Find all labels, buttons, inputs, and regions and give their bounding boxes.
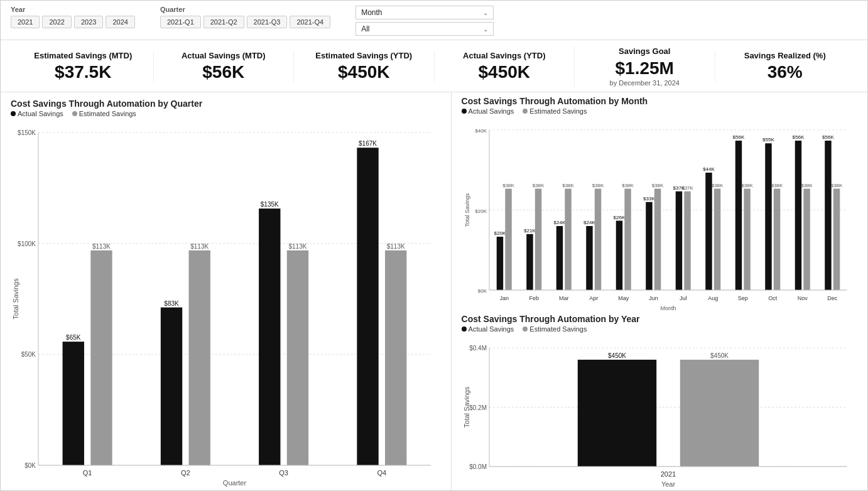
kpi-title-3: Actual Savings (YTD) — [441, 51, 568, 62]
filter-bar: Year 2021202220232024 Quarter 2021-Q1202… — [1, 1, 867, 40]
kpi-card-3: Actual Savings (YTD)$450K — [434, 51, 575, 83]
kpi-card-2: Estimated Savings (YTD)$450K — [293, 51, 434, 83]
svg-text:$83K: $83K — [164, 300, 179, 307]
svg-text:Total Savings: Total Savings — [12, 278, 19, 320]
svg-text:$0.4M: $0.4M — [469, 345, 487, 352]
svg-rect-10 — [63, 342, 84, 465]
svg-rect-68 — [654, 188, 660, 290]
year-btn-2024[interactable]: 2024 — [106, 16, 134, 28]
monthly-chart-title: Cost Savings Through Automation by Month — [462, 96, 857, 106]
svg-text:Jan: Jan — [499, 295, 509, 301]
svg-text:Mar: Mar — [559, 295, 569, 301]
svg-text:Aug: Aug — [708, 295, 718, 301]
svg-text:$450K: $450K — [710, 352, 729, 359]
svg-text:Jun: Jun — [649, 295, 658, 301]
right-charts-panel: Cost Savings Through Automation by Month… — [452, 92, 867, 490]
svg-text:$50K: $50K — [21, 351, 36, 358]
svg-text:Dec: Dec — [827, 295, 838, 301]
svg-text:Total Savings: Total Savings — [464, 193, 470, 227]
month-dropdown-bottom[interactable]: All ⌄ — [355, 22, 494, 36]
svg-text:$135K: $135K — [261, 201, 279, 208]
svg-text:$24K: $24K — [583, 220, 595, 225]
year-filter-buttons: 2021202220232024 — [11, 16, 135, 28]
year-btn-2022[interactable]: 2022 — [42, 16, 71, 28]
kpi-value-2: $450K — [300, 62, 428, 82]
kpi-title-1: Actual Savings (MTD) — [160, 51, 288, 62]
monthly-chart-panel: Cost Savings Through Automation by Month… — [462, 96, 857, 311]
svg-rect-17 — [189, 251, 210, 465]
svg-text:$20K: $20K — [494, 230, 506, 236]
quarter-filter-label: Quarter — [160, 6, 330, 13]
monthly-bar-chart: Total Savings$0K$20K$40K$20K$38KJan$21K$… — [462, 117, 857, 311]
month-filter-group: Month ⌄ All ⌄ — [355, 6, 494, 36]
svg-text:$0K: $0K — [477, 288, 487, 294]
month-dropdown-top-label: Month — [361, 8, 382, 17]
svg-text:$26K: $26K — [613, 214, 625, 220]
quarter-btn-2021-Q1[interactable]: 2021-Q1 — [160, 16, 201, 28]
svg-rect-78 — [713, 188, 720, 290]
svg-text:$38K: $38K — [502, 182, 514, 188]
svg-rect-46 — [526, 234, 533, 290]
svg-rect-76 — [705, 173, 712, 290]
svg-text:$37K: $37K — [681, 185, 693, 191]
svg-text:$33K: $33K — [643, 196, 655, 202]
svg-rect-61 — [616, 220, 622, 290]
svg-text:Q3: Q3 — [279, 469, 288, 477]
quarterly-chart-legend: Actual Savings Estimated Savings — [11, 110, 441, 117]
svg-text:$56K: $56K — [732, 134, 744, 140]
svg-text:Q1: Q1 — [83, 469, 92, 477]
svg-rect-71 — [675, 192, 681, 290]
svg-rect-58 — [594, 188, 600, 290]
monthly-legend-estimated: Estimated Savings — [523, 107, 587, 115]
svg-text:Apr: Apr — [589, 295, 598, 301]
svg-text:$38K: $38K — [801, 182, 813, 188]
svg-text:Nov: Nov — [797, 295, 808, 301]
svg-rect-43 — [505, 188, 511, 290]
kpi-value-0: $37.5K — [19, 62, 147, 82]
kpi-card-4: Savings Goal$1.25Mby December 31, 2024 — [574, 46, 715, 87]
chevron-down-icon: ⌄ — [483, 9, 488, 16]
svg-rect-56 — [586, 226, 592, 290]
year-btn-2023[interactable]: 2023 — [74, 16, 103, 28]
year-filter-label: Year — [11, 6, 135, 13]
svg-rect-15 — [161, 308, 182, 465]
yearly-chart-panel: Cost Savings Through Automation by Year … — [462, 314, 857, 488]
kpi-value-3: $450K — [441, 62, 568, 82]
svg-text:$21K: $21K — [524, 228, 536, 234]
yearly-chart-title: Cost Savings Through Automation by Year — [462, 314, 857, 324]
month-dropdown-top[interactable]: Month ⌄ — [355, 6, 494, 19]
quarter-btn-2021-Q2[interactable]: 2021-Q2 — [203, 16, 244, 28]
svg-rect-91 — [795, 141, 801, 290]
charts-area: Cost Savings Through Automation by Quart… — [1, 92, 867, 490]
svg-text:$38K: $38K — [622, 182, 634, 188]
kpi-card-5: Savings Realized (%)36% — [715, 51, 855, 83]
svg-rect-41 — [496, 237, 502, 290]
quarterly-chart-title: Cost Savings Through Automation by Quart… — [11, 99, 441, 109]
svg-rect-22 — [287, 251, 308, 465]
svg-text:$450K: $450K — [608, 352, 626, 359]
quarterly-chart-panel: Cost Savings Through Automation by Quart… — [1, 92, 452, 490]
svg-text:$38K: $38K — [651, 182, 663, 188]
monthly-chart-legend: Actual Savings Estimated Savings — [462, 107, 857, 115]
svg-rect-96 — [825, 141, 831, 290]
year-btn-2021[interactable]: 2021 — [11, 16, 40, 28]
svg-text:$56K: $56K — [792, 134, 804, 140]
quarterly-legend-actual: Actual Savings — [11, 110, 63, 117]
kpi-value-1: $56K — [160, 62, 288, 82]
svg-text:$38K: $38K — [592, 182, 604, 188]
svg-text:Q2: Q2 — [181, 469, 190, 477]
kpi-title-4: Savings Goal — [581, 46, 708, 57]
svg-text:$113K: $113K — [190, 243, 209, 250]
kpi-card-0: Estimated Savings (MTD)$37.5K — [13, 51, 153, 83]
svg-text:$38K: $38K — [771, 182, 783, 188]
svg-text:$20K: $20K — [475, 208, 487, 213]
svg-text:$113K: $113K — [92, 243, 111, 250]
svg-text:$38K: $38K — [741, 182, 753, 188]
svg-rect-48 — [534, 188, 541, 290]
chevron-down-icon-2: ⌄ — [483, 26, 488, 33]
quarter-btn-2021-Q4[interactable]: 2021-Q4 — [290, 16, 330, 28]
svg-rect-12 — [90, 251, 112, 465]
quarter-filter-buttons: 2021-Q12021-Q22021-Q32021-Q4 — [160, 16, 330, 28]
svg-rect-63 — [624, 188, 631, 290]
quarter-btn-2021-Q3[interactable]: 2021-Q3 — [247, 16, 288, 28]
